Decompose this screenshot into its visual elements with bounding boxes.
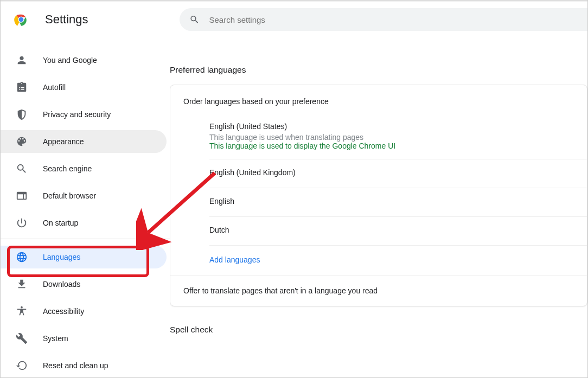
accessibility-icon: [16, 305, 28, 317]
order-languages-text: Order languages based on your preference: [170, 95, 587, 113]
sidebar-item-on-startup[interactable]: On startup: [1, 212, 167, 234]
preferred-languages-title: Preferred languages: [170, 65, 587, 75]
browser-icon: [16, 190, 28, 202]
language-subtext-ui: This language is used to display the Goo…: [209, 142, 587, 150]
sidebar-item-reset[interactable]: Reset and clean up: [1, 354, 167, 377]
wrench-icon: [16, 332, 28, 344]
language-row[interactable]: English: [209, 188, 587, 217]
sidebar-item-label: On startup: [43, 219, 78, 227]
sidebar-item-autofill[interactable]: Autofill: [1, 76, 167, 99]
main-content: Preferred languages Order languages base…: [170, 37, 587, 377]
language-row[interactable]: Dutch: [209, 217, 587, 246]
language-row[interactable]: English (United Kingdom): [209, 159, 587, 188]
sidebar-item-label: Languages: [43, 253, 80, 261]
sidebar-item-system[interactable]: System: [1, 327, 167, 350]
sidebar-item-label: Accessibility: [43, 307, 84, 316]
download-icon: [16, 278, 28, 290]
sidebar-item-label: Default browser: [43, 191, 96, 200]
restore-icon: [16, 360, 28, 371]
sidebar-divider: [1, 239, 170, 239]
shield-icon: [16, 108, 28, 120]
sidebar-item-languages[interactable]: Languages: [1, 246, 167, 268]
sidebar-item-search-engine[interactable]: Search engine: [1, 157, 167, 180]
sidebar-item-label: Autofill: [43, 83, 66, 92]
language-name: Dutch: [209, 226, 587, 234]
language-name: English: [209, 197, 587, 206]
language-name: English (United States): [209, 122, 587, 131]
add-languages-button[interactable]: Add languages: [209, 246, 587, 275]
search-icon: [189, 14, 200, 25]
preferred-languages-card: Order languages based on your preference…: [170, 85, 587, 306]
sidebar-item-default-browser[interactable]: Default browser: [1, 184, 167, 207]
sidebar-item-label: System: [43, 334, 68, 343]
search-field[interactable]: [209, 15, 578, 24]
search-settings-input[interactable]: [180, 8, 588, 31]
chrome-logo-icon: [14, 12, 29, 27]
sidebar-item-privacy[interactable]: Privacy and security: [1, 103, 167, 126]
power-icon: [16, 217, 28, 229]
svg-point-5: [19, 17, 24, 22]
palette-icon: [16, 136, 28, 148]
sidebar: You and Google Autofill Privacy and secu…: [1, 37, 170, 377]
globe-icon: [16, 251, 28, 263]
sidebar-item-label: Downloads: [43, 280, 80, 289]
spell-check-title: Spell check: [170, 325, 587, 335]
sidebar-item-label: Reset and clean up: [43, 361, 108, 370]
sidebar-item-downloads[interactable]: Downloads: [1, 273, 167, 296]
language-row[interactable]: English (United States) This language is…: [209, 113, 587, 159]
translate-toggle-row[interactable]: Offer to translate pages that aren't in …: [170, 275, 587, 306]
search-icon: [16, 163, 28, 175]
sidebar-item-label: Search engine: [43, 164, 92, 173]
sidebar-item-label: You and Google: [43, 56, 97, 65]
page-title: Settings: [45, 12, 88, 27]
language-name: English (United Kingdom): [209, 168, 587, 177]
sidebar-item-you-and-google[interactable]: You and Google: [1, 49, 167, 72]
sidebar-item-accessibility[interactable]: Accessibility: [1, 300, 167, 323]
sidebar-item-label: Appearance: [43, 137, 84, 146]
language-subtext: This language is used when translating p…: [209, 133, 587, 142]
person-icon: [16, 54, 28, 66]
clipboard-icon: [16, 81, 28, 93]
sidebar-item-label: Privacy and security: [43, 110, 111, 119]
header: Settings: [1, 2, 587, 37]
sidebar-item-appearance[interactable]: Appearance: [1, 130, 167, 153]
